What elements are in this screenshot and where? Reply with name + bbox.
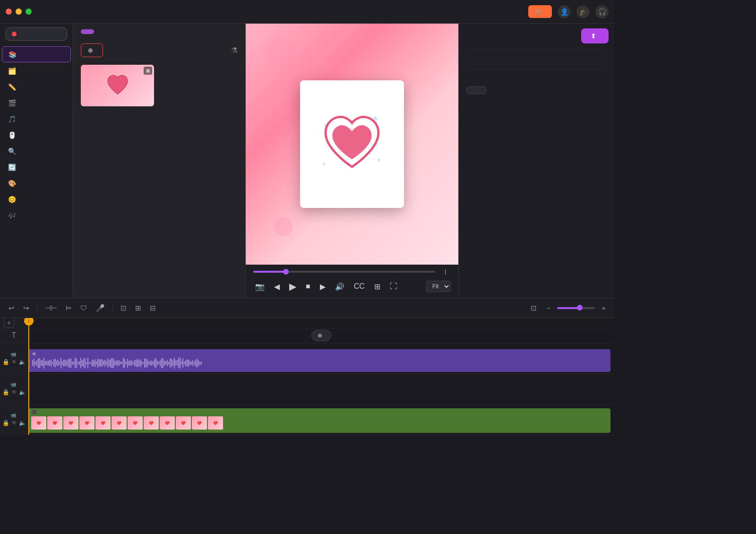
library-grid: ▣ xyxy=(73,61,245,112)
audios-icon: 🎶 xyxy=(8,212,16,219)
track-number-01: 📹 xyxy=(10,413,17,418)
library-toolbar: ⊕ ⚗ xyxy=(73,40,245,61)
video-thumb-11: ❤️ xyxy=(192,416,207,430)
split-button[interactable]: ⊣⊢ xyxy=(42,302,60,314)
track-num-icon-02: 📹 xyxy=(10,382,16,387)
track-controls-02: 📹 🔒 👁 🔈 xyxy=(0,374,28,404)
progress-bar[interactable] xyxy=(253,271,435,273)
add-cam-button[interactable]: ⊟ xyxy=(147,302,159,314)
mute-icon-01[interactable]: 🔈 xyxy=(19,420,26,426)
track-ctrl-icons-02: 🔒 👁 🔈 xyxy=(2,389,26,396)
step-back-button[interactable]: ◀ xyxy=(272,280,282,293)
play-button[interactable]: ▶ xyxy=(287,279,298,294)
step-forward-button[interactable]: ▶ xyxy=(318,280,327,293)
sidebar-item-annotations[interactable]: ✏️ xyxy=(2,79,71,95)
close-button[interactable] xyxy=(6,9,12,15)
mic-button[interactable]: 🎤 xyxy=(93,302,108,314)
timeline-body: + T xyxy=(0,318,614,435)
maximize-button[interactable] xyxy=(26,9,32,15)
sidebar-item-cursor-effects[interactable]: 🖱️ xyxy=(2,128,71,143)
video-thumb-9: ❤️ xyxy=(160,416,175,430)
zoom-out-button[interactable]: − xyxy=(543,302,553,314)
sidebar-item-audio-effects[interactable]: 🎵 xyxy=(2,112,71,127)
fullscreen-button[interactable]: ⛶ xyxy=(388,280,399,293)
annotations-icon: ✏️ xyxy=(8,83,16,91)
media-type-icon: ▣ xyxy=(144,67,152,75)
redo-button[interactable]: ↪ xyxy=(20,302,32,314)
add-subtitles-button[interactable]: ⊕ xyxy=(311,330,331,341)
purchase-button[interactable]: 🛒 xyxy=(528,5,552,18)
mute-icon-02[interactable]: 🔈 xyxy=(19,389,26,396)
eye-icon-01[interactable]: 👁 xyxy=(11,420,17,426)
video-thumb-1: ❤️ xyxy=(31,416,46,430)
info-row-frame-rate xyxy=(466,69,607,79)
lock-icon-01[interactable]: 🔒 xyxy=(2,420,9,426)
add-track-button[interactable]: + xyxy=(4,318,14,328)
track-controls-03: 📹 🔒 👁 🔈 xyxy=(0,344,28,373)
info-row-aspect-ratio xyxy=(466,50,607,60)
eye-icon-02[interactable]: 👁 xyxy=(11,389,17,396)
fit-select[interactable]: Fit xyxy=(426,281,451,292)
sidebar-item-audios[interactable]: 🎶 xyxy=(2,208,71,223)
captions-button[interactable]: CC xyxy=(352,280,367,293)
toolbar-divider-2 xyxy=(112,303,113,313)
playhead[interactable]: ⋮ xyxy=(28,318,29,435)
lock-icon-03[interactable]: 🔒 xyxy=(2,359,9,365)
sidebar-item-my-library[interactable]: 📚 xyxy=(2,46,71,62)
cart-icon: 🛒 xyxy=(535,8,542,15)
add-screen-button[interactable]: ⊞ xyxy=(132,302,144,314)
brand-kits-icon: 🎨 xyxy=(8,180,16,187)
undo-button[interactable]: ↩ xyxy=(6,302,17,314)
track-num-icon-03: 📹 xyxy=(10,352,16,357)
list-item[interactable]: ▣ xyxy=(81,65,154,108)
screenshot-button[interactable]: 📷 xyxy=(253,280,266,293)
playback-controls: 📷 ◀ ▶ ■ ▶ 🔊 CC ⊞ ⛶ Fit xyxy=(253,279,451,294)
stop-button[interactable]: ■ xyxy=(304,280,312,293)
edit-button[interactable] xyxy=(466,86,486,94)
track-num-icon-01: 📹 xyxy=(10,413,16,418)
education-icon[interactable]: 🎓 xyxy=(576,5,590,18)
library-panel: ⊕ ⚗ ▣ xyxy=(73,24,246,298)
sidebar-item-templates[interactable]: 🗂️ xyxy=(2,63,71,78)
zoom-in-button[interactable]: + xyxy=(599,302,609,314)
sidebar-item-stickers[interactable]: 😊 xyxy=(2,192,71,207)
video-clip[interactable]: 🎥 ❤️ ❤️ ❤️ ❤️ ❤️ ❤️ xyxy=(28,408,610,433)
upload-icon: ⬆ xyxy=(591,32,596,40)
sidebar-item-video-effects[interactable]: 🎬 xyxy=(2,95,71,111)
titlebar: 🛒 👤 🎓 🎧 xyxy=(0,0,614,24)
eye-icon-03[interactable]: 👁 xyxy=(11,359,17,365)
library-tab[interactable] xyxy=(81,29,94,34)
video-thumb-8: ❤️ xyxy=(144,416,159,430)
import-media-button[interactable]: ⊕ xyxy=(81,43,103,57)
sidebar-item-pan-zoom[interactable]: 🔍 xyxy=(2,144,71,159)
preview-controls: | 📷 ◀ ▶ ■ ▶ 🔊 CC ⊞ ⛶ Fit xyxy=(246,265,458,298)
video-thumb-10: ❤️ xyxy=(176,416,191,430)
audio-effects-icon: 🎵 xyxy=(8,115,16,123)
filter-icon[interactable]: ⚗ xyxy=(231,46,238,55)
progress-row: | xyxy=(253,268,451,275)
lock-icon-02[interactable]: 🔒 xyxy=(2,389,9,396)
headset-icon[interactable]: 🎧 xyxy=(595,5,609,18)
crop-button[interactable]: ⊞ xyxy=(372,280,382,293)
progress-thumb xyxy=(283,269,289,275)
track-controls-01: 📹 🔒 👁 🔈 xyxy=(0,405,28,434)
audio-clip[interactable]: ≋ // Generate waveform bars inline const… xyxy=(28,349,610,372)
sidebar-item-transitions[interactable]: 🔄 xyxy=(2,160,71,175)
video-thumb-12: ❤️ xyxy=(208,416,223,430)
zoom-slider[interactable] xyxy=(557,307,595,309)
video-clip-label: 🎥 xyxy=(31,409,608,414)
profile-icon[interactable]: 👤 xyxy=(558,5,571,18)
shield-button[interactable]: 🛡 xyxy=(77,302,90,314)
zoom-fit-button[interactable]: ⊡ xyxy=(528,302,540,314)
record-button[interactable] xyxy=(6,27,67,41)
window-controls xyxy=(6,9,32,15)
minimize-button[interactable] xyxy=(16,9,22,15)
mute-icon-03[interactable]: 🔈 xyxy=(19,359,26,365)
sidebar-item-brand-kits[interactable]: 🎨 xyxy=(2,176,71,191)
export-button[interactable]: ⬆ xyxy=(581,28,609,43)
video-thumb-5: ❤️ xyxy=(95,416,111,430)
add-media-button[interactable]: ⊡ xyxy=(118,302,129,314)
trim-button[interactable]: ⊨ xyxy=(63,302,75,314)
volume-button[interactable]: 🔊 xyxy=(333,280,346,293)
plus-icon: ⊕ xyxy=(318,332,322,339)
